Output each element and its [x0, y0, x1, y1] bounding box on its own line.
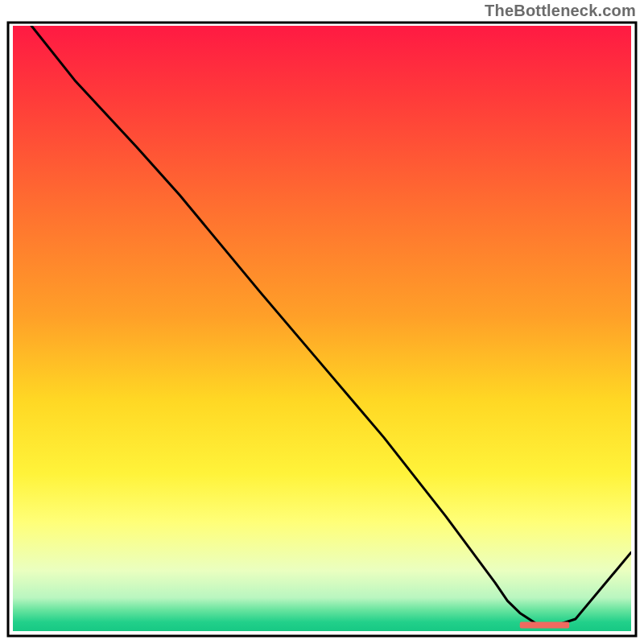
chart-container: TheBottleneck.com [0, 0, 644, 644]
attribution-text: TheBottleneck.com [485, 2, 636, 20]
flat-segment-marker [520, 621, 569, 628]
gradient-background [13, 26, 631, 631]
chart-svg [0, 0, 644, 644]
